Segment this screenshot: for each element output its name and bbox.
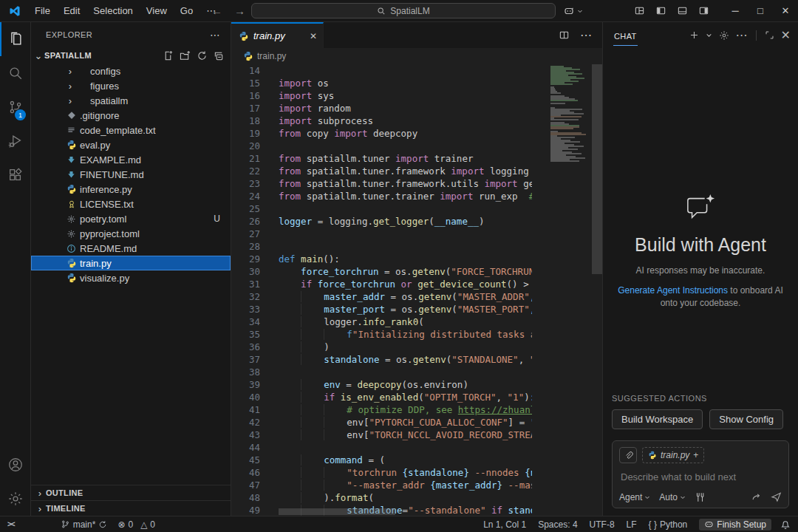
maximize-panel-icon[interactable] bbox=[765, 30, 774, 40]
menu-file[interactable]: File bbox=[28, 0, 57, 21]
code-line-22[interactable]: 22from spatiallm.tuner.framework import … bbox=[231, 165, 602, 177]
new-folder-icon[interactable] bbox=[180, 50, 191, 61]
file-row-spatiallm[interactable]: ›spatiallm bbox=[31, 93, 231, 108]
model-dropdown[interactable]: Auto bbox=[659, 492, 686, 502]
code-line-29[interactable]: 29def main(): bbox=[231, 253, 602, 265]
code-line-21[interactable]: 21from spatiallm.tuner import trainer bbox=[231, 152, 602, 165]
language-mode[interactable]: { } Python bbox=[649, 519, 688, 530]
vertical-scrollbar[interactable] bbox=[592, 64, 602, 274]
window-minimize-button[interactable]: ─ bbox=[723, 0, 748, 22]
tab-train-py[interactable]: train.py ✕ bbox=[231, 22, 324, 48]
file-row-example-md[interactable]: EXAMPLE.md bbox=[31, 152, 231, 167]
encoding[interactable]: UTF-8 bbox=[590, 519, 615, 530]
code-line-33[interactable]: 33 master_port = os.getenv("MASTER_PORT"… bbox=[231, 303, 602, 316]
build-workspace-button[interactable]: Build Workspace bbox=[612, 409, 703, 429]
breadcrumb[interactable]: train.py bbox=[231, 48, 602, 64]
new-file-icon[interactable] bbox=[163, 50, 174, 61]
code-line-42[interactable]: 42 env["PYTORCH_CUDA_ALLOC_CONF"] = "exp… bbox=[231, 416, 602, 429]
customize-layout-icon[interactable] bbox=[634, 5, 645, 16]
sync-icon[interactable] bbox=[98, 520, 107, 529]
code-line-44[interactable]: 44 bbox=[231, 441, 602, 454]
eol-sequence[interactable]: LF bbox=[627, 519, 637, 530]
finish-setup-item[interactable]: Finish Setup bbox=[699, 519, 771, 531]
chat-tab[interactable]: CHAT bbox=[613, 24, 638, 46]
code-line-36[interactable]: 36 ) bbox=[231, 341, 602, 353]
code-line-15[interactable]: 15import os bbox=[231, 77, 602, 89]
git-branch-item[interactable]: main* bbox=[61, 519, 108, 530]
file-row-inference-py[interactable]: inference.py bbox=[31, 182, 231, 197]
file-row-readme-md[interactable]: README.md bbox=[31, 241, 231, 256]
tab-close-icon[interactable]: ✕ bbox=[310, 31, 317, 41]
code-editor[interactable]: 1415import os16import sys17import random… bbox=[231, 64, 602, 516]
menu-edit[interactable]: Edit bbox=[57, 0, 86, 21]
code-line-24[interactable]: 24from spatiallm.tuner.trainer import ru… bbox=[231, 190, 602, 202]
code-line-32[interactable]: 32 master_addr = os.getenv("MASTER_ADDR"… bbox=[231, 290, 602, 303]
editor-more-icon[interactable]: ⋯ bbox=[580, 28, 592, 42]
chat-input-placeholder[interactable]: Describe what to build next bbox=[621, 471, 780, 482]
menu-view[interactable]: View bbox=[140, 0, 174, 21]
remote-indicator[interactable]: >< bbox=[7, 520, 15, 528]
chat-input-card[interactable]: train.py + Describe what to build next A… bbox=[612, 440, 789, 508]
chevron-down-icon[interactable] bbox=[706, 32, 712, 38]
activity-run-debug-icon[interactable] bbox=[0, 124, 30, 158]
workspace-root-folder[interactable]: ⌄ SPATIALLM bbox=[31, 47, 231, 64]
code-line-28[interactable]: 28 bbox=[231, 240, 602, 253]
toggle-sidebar-left-icon[interactable] bbox=[655, 5, 666, 16]
code-line-30[interactable]: 30 force_torchrun = os.getenv("FORCE_TOR… bbox=[231, 265, 602, 278]
attach-context-icon[interactable] bbox=[619, 447, 637, 463]
code-line-16[interactable]: 16import sys bbox=[231, 89, 602, 102]
outline-section[interactable]: › OUTLINE bbox=[31, 485, 231, 500]
code-line-20[interactable]: 20 bbox=[231, 140, 602, 152]
code-line-26[interactable]: 26logger = logging.get_logger(__name__) bbox=[231, 215, 602, 228]
file-row-license-txt[interactable]: LICENSE.txt bbox=[31, 197, 231, 211]
window-maximize-button[interactable]: □ bbox=[748, 0, 773, 22]
code-line-38[interactable]: 38 bbox=[231, 366, 602, 378]
code-line-39[interactable]: 39 env = deepcopy(os.environ) bbox=[231, 378, 602, 391]
generate-instructions-link[interactable]: Generate Agent Instructions bbox=[618, 285, 728, 296]
copilot-menu[interactable] bbox=[563, 5, 583, 17]
split-editor-icon[interactable] bbox=[559, 30, 570, 41]
activity-search-icon[interactable] bbox=[0, 56, 30, 90]
window-close-button[interactable]: ✕ bbox=[773, 0, 798, 22]
file-row--gitignore[interactable]: .gitignore bbox=[31, 108, 231, 123]
notifications-bell-icon[interactable] bbox=[780, 519, 791, 530]
file-row-train-py[interactable]: train.py bbox=[31, 256, 231, 270]
activity-explorer-icon[interactable] bbox=[0, 22, 30, 56]
nav-forward-icon[interactable]: → bbox=[234, 4, 245, 17]
agent-mode-dropdown[interactable]: Agent bbox=[619, 492, 650, 502]
command-center-search[interactable]: SpatialLM bbox=[251, 3, 556, 18]
code-line-48[interactable]: 48 ).format( bbox=[231, 491, 602, 504]
file-row-visualize-py[interactable]: visualize.py bbox=[31, 270, 231, 285]
code-line-43[interactable]: 43 env["TORCH_NCCL_AVOID_RECORD_STREAMS"… bbox=[231, 429, 602, 441]
indentation[interactable]: Spaces: 4 bbox=[538, 519, 577, 530]
add-context-icon[interactable]: + bbox=[693, 450, 698, 460]
explorer-more-icon[interactable]: ⋯ bbox=[205, 29, 225, 41]
horizontal-scrollbar[interactable] bbox=[279, 508, 395, 515]
code-line-46[interactable]: 46 "torchrun {standalone} --nnodes {nnod… bbox=[231, 466, 602, 479]
activity-extensions-icon[interactable] bbox=[0, 158, 30, 192]
file-row-eval-py[interactable]: eval.py bbox=[31, 137, 231, 152]
file-row-pyproject-toml[interactable]: pyproject.toml bbox=[31, 226, 231, 241]
chat-close-icon[interactable]: ✕ bbox=[781, 28, 791, 42]
code-line-17[interactable]: 17import random bbox=[231, 102, 602, 115]
file-row-figures[interactable]: ›figures bbox=[31, 78, 231, 93]
code-line-14[interactable]: 14 bbox=[231, 64, 602, 77]
problems-item[interactable]: ⊗ 0 △ 0 bbox=[117, 519, 155, 530]
file-row-poetry-toml[interactable]: poetry.tomlU bbox=[31, 211, 231, 226]
context-chip-train-py[interactable]: train.py + bbox=[642, 447, 704, 463]
show-config-button[interactable]: Show Config bbox=[709, 409, 783, 429]
continue-arrow-icon[interactable] bbox=[751, 492, 762, 502]
cursor-position[interactable]: Ln 1, Col 1 bbox=[483, 519, 526, 530]
accounts-icon[interactable] bbox=[0, 448, 30, 482]
file-row-finetune-md[interactable]: FINETUNE.md bbox=[31, 167, 231, 182]
code-line-25[interactable]: 25 bbox=[231, 202, 602, 215]
minimap[interactable] bbox=[550, 66, 590, 162]
menu-selection[interactable]: Selection bbox=[86, 0, 139, 21]
toggle-panel-icon[interactable] bbox=[677, 5, 688, 16]
timeline-section[interactable]: › TIMELINE bbox=[31, 500, 231, 516]
refresh-icon[interactable] bbox=[197, 50, 208, 61]
code-line-40[interactable]: 40 if is_env_enabled("OPTIM_TORCH", "1")… bbox=[231, 391, 602, 403]
chat-settings-gear-icon[interactable] bbox=[719, 30, 729, 41]
code-line-23[interactable]: 23from spatiallm.tuner.framework.utils i… bbox=[231, 177, 602, 190]
send-icon[interactable] bbox=[771, 491, 782, 502]
